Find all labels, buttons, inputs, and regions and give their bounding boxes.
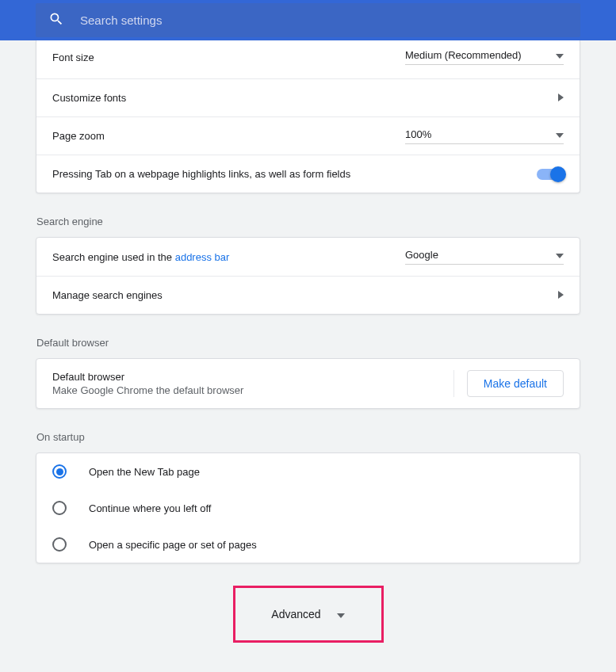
on-startup-title: On startup (36, 431, 580, 443)
page-zoom-value: 100% (405, 128, 431, 140)
chevron-right-icon (558, 289, 564, 301)
font-size-select[interactable]: Medium (Recommended) (405, 49, 564, 65)
chevron-down-icon (556, 249, 564, 261)
on-startup-card: Open the New Tab page Continue where you… (36, 452, 580, 563)
startup-option-specific-pages[interactable]: Open a specific page or set of pages (36, 526, 580, 563)
font-size-label: Font size (52, 52, 94, 63)
tab-highlight-label: Pressing Tab on a webpage highlights lin… (52, 168, 350, 180)
default-browser-title: Default browser (36, 337, 580, 349)
search-engine-card: Search engine used in the address bar Go… (36, 237, 580, 315)
startup-option-new-tab[interactable]: Open the New Tab page (36, 453, 580, 490)
search-engine-used-prefix: Search engine used in the (52, 251, 175, 263)
default-browser-row: Default browser Make Google Chrome the d… (36, 359, 580, 408)
default-browser-row-title: Default browser (52, 371, 243, 383)
page-zoom-label: Page zoom (52, 130, 105, 142)
customize-fonts-row[interactable]: Customize fonts (36, 78, 580, 116)
settings-header (0, 0, 616, 40)
advanced-toggle[interactable]: Advanced (233, 586, 384, 643)
default-browser-text: Default browser Make Google Chrome the d… (52, 371, 243, 396)
radio-button[interactable] (52, 537, 67, 552)
search-engine-used-row: Search engine used in the address bar Go… (36, 238, 580, 276)
startup-option-label: Open a specific page or set of pages (89, 539, 257, 551)
startup-option-continue[interactable]: Continue where you left off (36, 490, 580, 526)
search-bar[interactable] (36, 3, 580, 37)
address-bar-link[interactable]: address bar (175, 251, 230, 263)
make-default-button[interactable]: Make default (467, 370, 564, 397)
chevron-right-icon (558, 92, 564, 104)
chevron-down-icon (556, 49, 564, 61)
tab-highlight-toggle[interactable] (537, 169, 564, 180)
search-icon (48, 11, 64, 29)
default-browser-row-subtitle: Make Google Chrome the default browser (52, 384, 243, 396)
settings-content: Font size Medium (Recommended) Customize… (0, 40, 616, 643)
search-engine-value: Google (405, 249, 438, 261)
default-browser-card: Default browser Make Google Chrome the d… (36, 358, 580, 409)
startup-option-label: Continue where you left off (89, 502, 211, 514)
search-input[interactable] (80, 13, 568, 27)
search-engine-title: Search engine (36, 216, 580, 227)
font-size-row: Font size Medium (Recommended) (36, 40, 580, 78)
divider (453, 370, 454, 397)
search-engine-used-label: Search engine used in the address bar (52, 251, 229, 263)
advanced-label: Advanced (271, 608, 320, 620)
startup-option-label: Open the New Tab page (89, 466, 200, 478)
chevron-down-icon (556, 128, 564, 140)
font-size-value: Medium (Recommended) (405, 49, 522, 61)
customize-fonts-label: Customize fonts (52, 92, 126, 104)
chevron-down-icon (337, 609, 345, 620)
toggle-knob (550, 166, 566, 182)
tab-highlight-row: Pressing Tab on a webpage highlights lin… (36, 155, 580, 193)
page-zoom-row: Page zoom 100% (36, 116, 580, 155)
manage-search-engines-label: Manage search engines (52, 289, 163, 301)
radio-button[interactable] (52, 501, 67, 515)
manage-search-engines-row[interactable]: Manage search engines (36, 276, 580, 314)
appearance-card: Font size Medium (Recommended) Customize… (36, 40, 580, 193)
radio-button[interactable] (52, 464, 67, 479)
search-engine-select[interactable]: Google (405, 249, 564, 265)
page-zoom-select[interactable]: 100% (405, 128, 564, 144)
